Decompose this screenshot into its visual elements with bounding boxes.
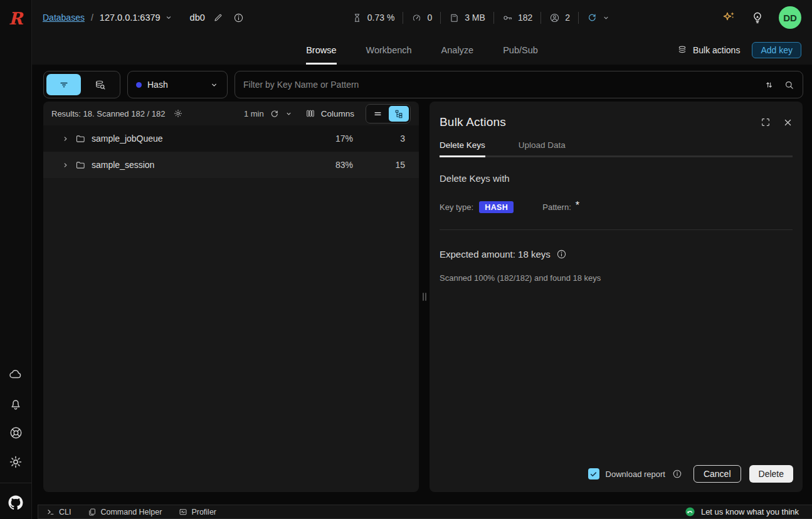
key-type-dropdown[interactable]: Hash — [127, 71, 228, 98]
expected-amount-row: Expected amount: 18 keys — [440, 249, 793, 260]
hourglass-icon — [352, 13, 362, 23]
key-folder-percent: 83% — [303, 160, 353, 170]
key-folder-count: 15 — [359, 160, 419, 170]
user-icon — [549, 13, 560, 23]
filter-mode-button[interactable] — [46, 74, 81, 95]
key-folder-count: 3 — [359, 134, 419, 144]
tab-pubsub[interactable]: Pub/Sub — [503, 35, 538, 65]
add-key-button[interactable]: Add key — [752, 42, 801, 58]
key-folder-row[interactable]: sample_session 83% 15 — [43, 152, 419, 178]
lightbulb-icon[interactable] — [751, 11, 764, 24]
key-folder-row[interactable]: sample_jobQueue 17% 3 — [43, 125, 419, 152]
stat-clients-value: 2 — [565, 13, 570, 23]
stats-refresh-control[interactable] — [587, 13, 610, 23]
resize-grip-icon — [423, 293, 424, 301]
redisearch-mode-button[interactable] — [83, 74, 117, 95]
bulk-actions-tabs: Delete Keys Upload Data — [440, 140, 793, 157]
gauge-icon — [411, 13, 422, 23]
chevron-down-icon[interactable] — [285, 110, 293, 118]
cancel-button[interactable]: Cancel — [693, 465, 741, 483]
key-folder-percent: 17% — [303, 134, 353, 144]
chevron-down-icon — [209, 80, 219, 90]
pattern-label: Pattern: — [542, 202, 571, 212]
download-report-checkbox[interactable] — [588, 468, 599, 480]
tab-workbench[interactable]: Workbench — [366, 35, 412, 65]
info-icon[interactable] — [672, 469, 682, 479]
info-icon[interactable] — [556, 249, 567, 260]
command-helper-button[interactable]: Command Helper — [88, 508, 162, 516]
resize-grip-icon — [425, 293, 426, 301]
keys-list-panel: Results: 18. Scanned 182 / 182 1 min Col… — [43, 102, 419, 492]
user-avatar[interactable]: DD — [779, 6, 801, 29]
key-folder-name: sample_session — [92, 160, 154, 170]
tab-browse[interactable]: Browse — [306, 35, 336, 65]
chevron-down-icon — [602, 14, 610, 22]
chevron-down-icon — [164, 13, 173, 22]
hash-type-dot — [136, 82, 142, 88]
keys-panel-header: Results: 18. Scanned 182 / 182 1 min Col… — [43, 102, 419, 125]
pattern-value: * — [576, 201, 579, 210]
edit-pencil-icon[interactable] — [213, 13, 223, 23]
section-divider — [440, 229, 793, 230]
key-folder-name: sample_jobQueue — [92, 134, 163, 144]
bulk-actions-footer: Download report Cancel Delete — [588, 465, 793, 483]
tree-view-button[interactable] — [389, 106, 409, 122]
columns-label[interactable]: Columns — [321, 109, 354, 118]
filter-row: Hash — [43, 70, 803, 99]
instance-address: 127.0.0.1:6379 — [100, 13, 161, 23]
stat-separator — [578, 12, 579, 24]
profiler-label: Profiler — [191, 508, 216, 516]
scan-settings-gear-icon[interactable] — [173, 108, 183, 118]
db-stats: 0.73 % 0 3 MB 182 — [352, 12, 610, 24]
stat-keys-value: 182 — [518, 13, 532, 23]
feedback-button[interactable]: Let us know what you think — [685, 506, 812, 517]
tab-upload-data[interactable]: Upload Data — [519, 140, 566, 157]
top-header: Databases / 127.0.0.1:6379 db0 0.73 % 0 — [32, 0, 812, 35]
chevron-right-icon — [61, 135, 70, 143]
expand-panel-icon[interactable] — [761, 117, 771, 127]
profiler-button[interactable]: Profiler — [179, 508, 216, 516]
sort-icon[interactable] — [764, 80, 774, 90]
redis-logo[interactable]: R — [9, 10, 23, 27]
left-sidebar: R — [0, 0, 32, 519]
stat-cpu: 0.73 % — [352, 13, 395, 23]
tab-delete-keys[interactable]: Delete Keys — [440, 140, 485, 157]
sidebar-divider — [0, 483, 32, 483]
github-icon[interactable] — [8, 495, 23, 510]
expected-amount-text: Expected amount: 18 keys — [440, 249, 551, 260]
memory-card-icon — [449, 13, 460, 23]
results-summary: Results: 18. Scanned 182 / 182 — [51, 109, 165, 118]
view-mode-toggle — [366, 104, 411, 123]
panels-area: Results: 18. Scanned 182 / 182 1 min Col… — [43, 102, 803, 492]
search-icon[interactable] — [784, 80, 794, 90]
delete-button[interactable]: Delete — [749, 465, 793, 483]
stat-cpu-value: 0.73 % — [367, 13, 395, 23]
key-search-box — [235, 71, 803, 98]
list-view-button[interactable] — [367, 106, 388, 122]
filter-icon — [58, 79, 70, 90]
cloud-icon[interactable] — [8, 367, 23, 382]
cli-button[interactable]: CLI — [46, 508, 71, 516]
panel-resize-handle[interactable] — [419, 102, 430, 492]
stat-memory-value: 3 MB — [465, 13, 485, 23]
bulk-actions-label: Bulk actions — [693, 45, 740, 55]
settings-gear-icon[interactable] — [8, 454, 23, 469]
stat-separator — [493, 12, 494, 24]
bulk-actions-title: Bulk Actions — [440, 115, 506, 129]
folder-icon — [75, 160, 86, 170]
close-icon[interactable] — [783, 118, 793, 127]
help-lifebuoy-icon[interactable] — [9, 426, 23, 440]
tab-analyze[interactable]: Analyze — [441, 35, 474, 65]
refresh-icon[interactable] — [270, 109, 279, 118]
instance-selector[interactable]: 127.0.0.1:6379 — [100, 13, 173, 23]
stat-separator — [440, 12, 441, 24]
bulk-actions-button[interactable]: Bulk actions — [677, 45, 740, 56]
db-info-icon[interactable] — [233, 13, 244, 23]
document-icon — [88, 508, 97, 516]
notifications-bell-icon[interactable] — [8, 396, 23, 411]
search-input[interactable] — [243, 80, 754, 90]
list-icon — [373, 109, 382, 118]
copilot-sparkles-icon[interactable] — [721, 10, 736, 25]
delete-criteria-row: Key type: HASH Pattern: * — [440, 201, 793, 213]
breadcrumb-databases-link[interactable]: Databases — [43, 13, 85, 23]
